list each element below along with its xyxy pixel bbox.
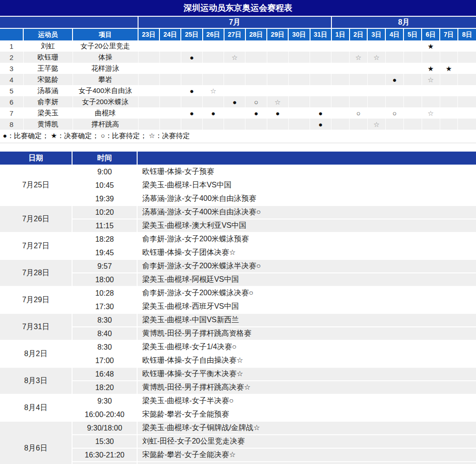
daily-time-cell: 17:30	[72, 300, 137, 313]
daily-date-cell: 7月28日	[0, 259, 72, 286]
event-name-cell: 曲棍球	[73, 107, 138, 119]
mark-cell-27日	[224, 74, 245, 85]
daily-entry-row: 8月6日9:30/18:00梁美玉-曲棍球-女子铜牌战/金牌战☆	[0, 421, 476, 435]
day-header-3日: 3日	[367, 28, 385, 40]
day-header-25日: 25日	[181, 28, 202, 40]
athlete-name-cell: 欧钰珊	[23, 52, 73, 63]
daily-date-cell: 7月25日	[0, 165, 72, 205]
daily-time-cell: 10:20	[72, 205, 137, 219]
mark-cell-30日	[288, 119, 310, 130]
row-number-cell: 3	[0, 63, 23, 74]
athlete-row: 6俞李妍女子200米蝶泳●○☆	[0, 96, 476, 107]
daily-entry-row: 7月26日10:20汤慕涵-游泳-女子400米自由泳决赛○	[0, 205, 476, 219]
daily-entry-row: 8月4日9:30梁美玉-曲棍球-女子半决赛○	[0, 394, 476, 408]
daily-time-cell: 18:20	[72, 381, 137, 394]
confirmed-match-icon: ●	[318, 109, 323, 117]
mark-cell-7日	[440, 40, 458, 52]
mark-cell-30日	[288, 96, 310, 107]
mark-cell-23日	[138, 40, 159, 52]
mark-cell-26日	[203, 74, 224, 85]
daily-date-cell: 8月6日	[0, 421, 72, 464]
day-header-26日: 26日	[203, 28, 224, 40]
mark-cell-27日	[224, 119, 245, 130]
mark-cell-25日: ●	[181, 52, 202, 63]
mark-cell-6日: ☆	[422, 74, 440, 85]
mark-cell-28日	[245, 119, 267, 130]
day-header-4日: 4日	[385, 28, 403, 40]
daily-time-cell: 17:00	[72, 354, 137, 367]
mark-cell-8日	[458, 85, 476, 96]
daily-date-cell: 8月2日	[0, 340, 72, 367]
daily-time-cell: 11:15	[72, 219, 137, 232]
mark-cell-5日	[403, 52, 422, 63]
row-number-cell: 4	[0, 74, 23, 85]
day-header-5日: 5日	[403, 28, 422, 40]
day-header-29日: 29日	[267, 28, 288, 40]
day-header-8日: 8日	[458, 28, 476, 40]
mark-cell-1日	[331, 52, 350, 63]
tentative-final-icon: ☆	[231, 53, 238, 61]
daily-event-cell: 欧钰珊-体操-女子自由操决赛☆	[137, 354, 476, 367]
daily-event-cell: 梁美玉-曲棍球-西班牙VS中国	[137, 300, 476, 313]
confirmed-match-icon: ●	[190, 53, 194, 61]
mark-cell-29日	[267, 119, 288, 130]
athlete-name-cell: 俞李妍	[23, 96, 73, 107]
tentative-final-icon: ☆	[428, 76, 434, 84]
mark-cell-26日	[203, 40, 224, 52]
event-name-cell: 撑杆跳高	[73, 119, 138, 130]
corner-blank-cell	[0, 28, 23, 40]
daily-event-cell: 梁美玉-曲棍球-女子铜牌战/金牌战☆	[137, 421, 476, 435]
mark-cell-7日	[440, 85, 458, 96]
daily-date-cell: 8月4日	[0, 394, 72, 421]
mark-cell-2日	[350, 63, 368, 74]
tentative-match-icon: ○	[356, 109, 360, 117]
mark-cell-1日	[331, 96, 350, 107]
event-name-cell: 花样游泳	[73, 63, 138, 74]
mark-cell-26日: ☆	[203, 85, 224, 96]
mark-cell-3日	[367, 96, 385, 107]
daily-event-cell: 俞李妍-游泳-女子200米蝶泳决赛○	[137, 286, 476, 300]
event-name-cell: 女子200米蝶泳	[73, 96, 138, 107]
day-header-30日: 30日	[288, 28, 310, 40]
mark-cell-27日	[224, 63, 245, 74]
mark-cell-25日	[181, 40, 202, 52]
mark-cell-5日	[403, 63, 422, 74]
mark-cell-1日	[331, 40, 350, 52]
mark-cell-29日	[267, 63, 288, 74]
mark-cell-29日: ●	[267, 107, 288, 119]
mark-cell-29日	[267, 74, 288, 85]
tentative-final-icon: ☆	[373, 53, 379, 61]
row-number-cell: 7	[0, 107, 23, 119]
confirmed-final-icon: ★	[428, 65, 434, 73]
mark-cell-27日: ●	[224, 96, 245, 107]
daily-event-cell: 梁美玉-曲棍球-澳大利亚VS中国	[137, 219, 476, 232]
mark-cell-1日	[331, 119, 350, 130]
olympics-schedule-grid: 深圳运动员东京奥运会赛程表 7月8月 运动员项目23日24日25日26日27日2…	[0, 0, 476, 130]
mark-cell-29日	[267, 40, 288, 52]
mark-cell-31日	[310, 96, 331, 107]
mark-cell-5日	[403, 119, 422, 130]
confirmed-match-icon: ●	[254, 109, 258, 117]
confirmed-match-icon: ●	[190, 87, 194, 95]
daily-time-cell: 10:45	[72, 179, 137, 192]
mark-cell-25日: ●	[181, 107, 202, 119]
daily-event-cell: 梁美玉-曲棍球-日本VS中国	[137, 179, 476, 192]
mark-cell-8日	[458, 52, 476, 63]
mark-cell-24日	[159, 52, 181, 63]
mark-cell-1日	[331, 85, 350, 96]
mark-cell-31日: ●	[310, 107, 331, 119]
daily-event-cell: 黄博凯-田径-男子撑杆跳高资格赛	[137, 327, 476, 340]
daily-time-cell: 9:30/18:00	[72, 421, 137, 435]
mark-cell-27日	[224, 40, 245, 52]
athlete-name-cell: 汤慕涵	[23, 85, 73, 96]
mark-cell-7日	[440, 119, 458, 130]
mark-cell-6日	[422, 96, 440, 107]
daily-time-cell: 18:28	[72, 232, 137, 246]
mark-cell-31日	[310, 74, 331, 85]
day-header-7日: 7日	[440, 28, 458, 40]
month-header-row: 7月8月	[0, 16, 476, 28]
tentative-final-icon: ☆	[355, 53, 361, 61]
mark-cell-24日	[159, 85, 181, 96]
daily-time-cell: 8:40	[72, 327, 137, 340]
mark-cell-6日: ★	[422, 63, 440, 74]
